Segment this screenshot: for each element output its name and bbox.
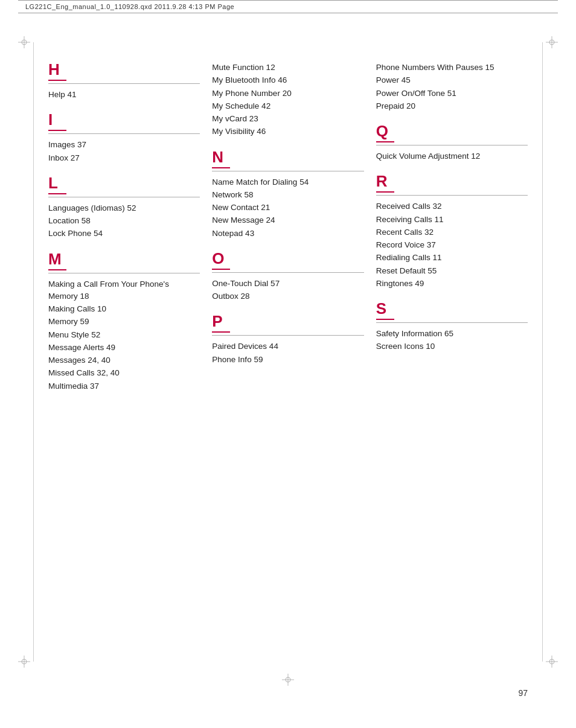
entry-safety-info: Safety Information 65 (376, 328, 528, 340)
section-H: H Help 41 (48, 62, 200, 101)
entry-lock-phone: Lock Phone 54 (48, 228, 200, 240)
entry-multimedia: Multimedia 37 (48, 380, 200, 392)
reg-mark-bottom-left (18, 656, 30, 668)
reg-mark-bottom-right (546, 656, 558, 668)
entry-languages: Languages (Idiomas) 52 (48, 202, 200, 214)
entry-quick-volume: Quick Volume Adjustment 12 (376, 150, 528, 162)
entry-images: Images 37 (48, 139, 200, 151)
section-R: R Received Calls 32 Receiving Calls 11 R… (376, 173, 528, 290)
section-I: I Images 37 Inbox 27 (48, 112, 200, 164)
section-M: M Making a Call From Your Phone's Memory… (48, 251, 200, 392)
entry-power: Power 45 (376, 74, 528, 86)
page-number: 97 (518, 688, 528, 698)
entry-new-message: New Message 24 (212, 214, 363, 226)
letter-L: L (48, 175, 66, 194)
section-S: S Safety Information 65 Screen Icons 10 (376, 301, 528, 353)
side-line-right (542, 42, 543, 662)
entry-reset-default: Reset Default 55 (376, 265, 528, 277)
section-N: N Name Match for Dialing 54 Network 58 N… (212, 149, 363, 240)
letter-N: N (212, 149, 230, 168)
entry-mute-function: Mute Function 12 (212, 62, 363, 74)
entry-message-alerts: Message Alerts 49 (48, 342, 200, 354)
entry-outbox: Outbox 28 (212, 290, 363, 302)
letter-P: P (212, 313, 230, 333)
entry-redialing-calls: Redialing Calls 11 (376, 252, 528, 264)
entry-phone-numbers-pauses: Phone Numbers With Pauses 15 (376, 62, 528, 74)
entry-one-touch-dial: One-Touch Dial 57 (212, 278, 363, 290)
entry-record-voice: Record Voice 37 (376, 239, 528, 251)
entry-screen-icons: Screen Icons 10 (376, 340, 528, 353)
index-col-1: H Help 41 I Images 37 Inbox 27 L Languag… (48, 62, 212, 403)
section-P: P Paired Devices 44 Phone Info 59 (212, 313, 363, 366)
letter-R: R (376, 173, 394, 193)
entry-messages: Messages 24, 40 (48, 354, 200, 366)
entry-my-vcard: My vCard 23 (212, 113, 363, 125)
section-Q: Q Quick Volume Adjustment 12 (376, 123, 528, 162)
entry-location: Location 58 (48, 215, 200, 227)
index-columns: H Help 41 I Images 37 Inbox 27 L Languag… (48, 62, 528, 403)
entry-paired-devices: Paired Devices 44 (212, 340, 363, 353)
section-O: O One-Touch Dial 57 Outbox 28 (212, 251, 363, 303)
page-container: LG221C_Eng_manual_1.0_110928.qxd 2011.9.… (0, 0, 576, 728)
section-P-continued: Phone Numbers With Pauses 15 Power 45 Po… (376, 62, 528, 112)
section-M-continued: Mute Function 12 My Bluetooth Info 46 My… (212, 62, 363, 138)
reg-mark-top-left (18, 36, 30, 48)
entry-missed-calls: Missed Calls 32, 40 (48, 367, 200, 379)
entry-my-visibility: My Visibility 46 (212, 126, 363, 138)
entry-ringtones: Ringtones 49 (376, 278, 528, 290)
reg-mark-bottom-center (282, 674, 294, 686)
section-L: L Languages (Idiomas) 52 Location 58 Loc… (48, 175, 200, 240)
index-col-2: Mute Function 12 My Bluetooth Info 46 My… (212, 62, 376, 403)
entry-recent-calls: Recent Calls 32 (376, 226, 528, 238)
entry-name-match: Name Match for Dialing 54 (212, 176, 363, 188)
entry-my-bluetooth: My Bluetooth Info 46 (212, 74, 363, 86)
entry-power-on-off-tone: Power On/Off Tone 51 (376, 88, 528, 100)
header-text: LG221C_Eng_manual_1.0_110928.qxd 2011.9.… (25, 3, 234, 10)
header-bar: LG221C_Eng_manual_1.0_110928.qxd 2011.9.… (18, 0, 558, 13)
entry-making-call-from: Making a Call From Your Phone's Memory 1… (48, 278, 200, 303)
entry-making-calls: Making Calls 10 (48, 303, 200, 315)
entry-network: Network 58 (212, 189, 363, 201)
index-col-3: Phone Numbers With Pauses 15 Power 45 Po… (376, 62, 528, 403)
entry-my-schedule: My Schedule 42 (212, 100, 363, 112)
entry-inbox: Inbox 27 (48, 152, 200, 164)
entry-received-calls: Received Calls 32 (376, 200, 528, 212)
entry-notepad: Notepad 43 (212, 228, 363, 240)
entry-menu-style: Menu Style 52 (48, 329, 200, 341)
letter-I: I (48, 112, 66, 131)
reg-mark-top-right (546, 36, 558, 48)
letter-M: M (48, 251, 66, 270)
entry-new-contact: New Contact 21 (212, 202, 363, 214)
entry-receiving-calls: Receiving Calls 11 (376, 214, 528, 226)
entry-help: Help 41 (48, 89, 200, 101)
entry-prepaid: Prepaid 20 (376, 100, 528, 112)
letter-S: S (376, 301, 394, 320)
side-line-left (33, 42, 34, 662)
letter-Q: Q (376, 123, 394, 142)
letter-O: O (212, 251, 230, 270)
letter-H: H (48, 62, 66, 81)
entry-memory: Memory 59 (48, 316, 200, 328)
entry-phone-info: Phone Info 59 (212, 354, 363, 366)
main-content: H Help 41 I Images 37 Inbox 27 L Languag… (0, 13, 576, 439)
entry-my-phone-number: My Phone Number 20 (212, 88, 363, 100)
